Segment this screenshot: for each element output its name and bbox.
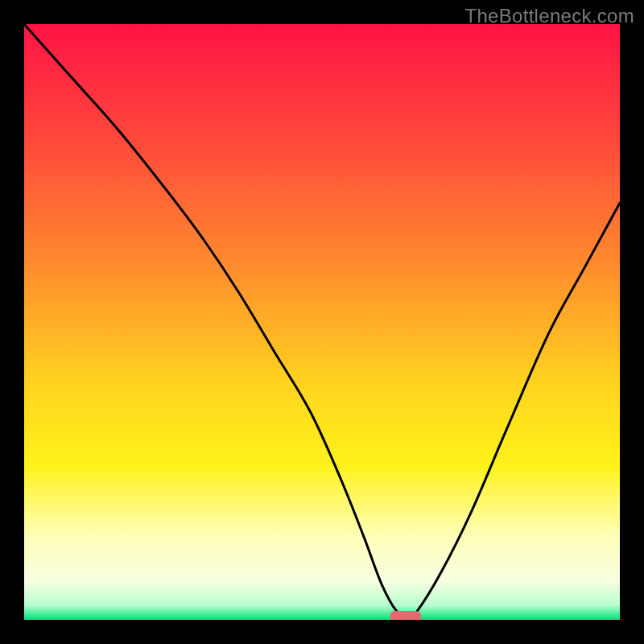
bottleneck-chart xyxy=(0,0,644,644)
watermark-text: TheBottleneck.com xyxy=(464,5,634,27)
chart-frame: TheBottleneck.com xyxy=(0,0,644,644)
plot-background xyxy=(24,24,620,620)
